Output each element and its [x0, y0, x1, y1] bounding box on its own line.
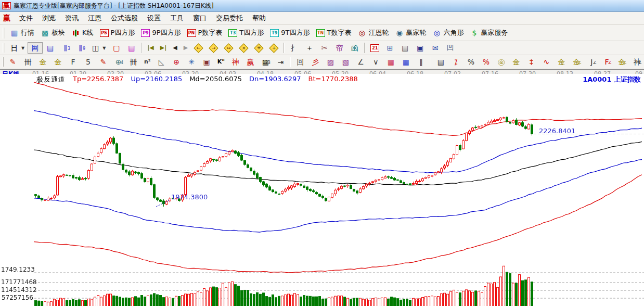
badge-icon: PN: [187, 29, 196, 37]
sectors-button[interactable]: ▩板块: [37, 27, 68, 39]
grid-red-button[interactable]: ▦: [383, 56, 398, 68]
candle-style-dropdown[interactable]: ◫▼: [88, 42, 109, 54]
menu-4[interactable]: 公式选股: [106, 12, 143, 24]
fan-box-2-button[interactable]: ▧: [338, 56, 353, 68]
menu-6[interactable]: 工具: [165, 12, 188, 24]
p-table-button[interactable]: PNP数字表: [184, 27, 226, 39]
crosshair-tool-button[interactable]: ＋: [302, 42, 317, 54]
t-table-button[interactable]: TNT数字表: [313, 27, 355, 39]
region-select-button[interactable]: ▢: [109, 42, 124, 54]
percent-line-button[interactable]: %: [479, 56, 494, 68]
compass-button[interactable]: ⊕4: [111, 56, 126, 68]
zigzag-button[interactable]: ∨: [368, 56, 383, 68]
kline-chart-canvas[interactable]: [0, 74, 644, 306]
calendar-button[interactable]: 21: [367, 43, 382, 54]
percent-bar-button[interactable]: ⁒: [448, 56, 463, 68]
circle-target-button[interactable]: ⊕: [169, 56, 184, 68]
marker-pen-button[interactable]: ‡: [524, 56, 539, 68]
frame-tool-button[interactable]: 回: [293, 56, 308, 68]
t-square-button[interactable]: T3T四方形: [225, 27, 267, 39]
system-button[interactable]: 凹: [443, 42, 458, 54]
k-quote-button[interactable]: K": [214, 56, 228, 68]
wave-tool-button[interactable]: 函: [347, 42, 362, 54]
p-square-button[interactable]: PSP四方形: [97, 27, 138, 39]
menu-3[interactable]: 江恩: [83, 12, 106, 24]
zoom-compress-button[interactable]: ×: [236, 42, 251, 54]
hexagon-button[interactable]: ◎六角形: [429, 27, 467, 39]
kline-button[interactable]: K线: [68, 27, 97, 39]
pen-tool-button[interactable]: ✎: [5, 56, 20, 68]
wave-cross-button[interactable]: ∿: [539, 56, 554, 68]
zoom-cross-button[interactable]: +: [266, 42, 281, 54]
ruler-123-button[interactable]: ▦123: [258, 56, 273, 68]
star-target-button[interactable]: ✳: [184, 56, 199, 68]
color-chart-button[interactable]: ▤: [124, 42, 139, 54]
trend-mode-button[interactable]: 网: [28, 42, 43, 54]
t9-square-button[interactable]: T99T四方形: [267, 27, 313, 39]
info-panel-button[interactable]: ▤: [43, 42, 58, 54]
menu-8[interactable]: 交易委托: [211, 12, 248, 24]
menu-9[interactable]: 帮助: [248, 12, 271, 24]
quotes-button[interactable]: ▦行情: [7, 27, 37, 39]
bars-9-button[interactable]: ⫼9: [73, 42, 88, 54]
angle-mirror-button[interactable]: ◺: [154, 56, 169, 68]
zoom-right-button[interactable]: →: [206, 42, 221, 54]
menu-2[interactable]: 资讯: [60, 12, 83, 24]
ray-fan-button[interactable]: 彡: [308, 56, 323, 68]
nav-next-button[interactable]: ▶: [181, 42, 191, 54]
shen-angle-button[interactable]: 神∠: [629, 56, 644, 68]
menu-7[interactable]: 窗口: [188, 12, 211, 24]
scale-panel-button[interactable]: ▤: [433, 56, 448, 68]
gold-circle-button[interactable]: ㊎: [494, 56, 509, 68]
glyph-icon: 帘: [335, 44, 344, 52]
zoom-tool-button[interactable]: ✂: [317, 42, 332, 54]
nav-first-button[interactable]: |◀: [144, 42, 157, 54]
badge-icon: PS: [100, 29, 109, 37]
p9-square-button[interactable]: P99P四方形: [138, 27, 184, 39]
gann-grid-button[interactable]: 帘: [332, 42, 347, 54]
win-ruler-button[interactable]: 赢: [243, 56, 258, 68]
nav-last-button[interactable]: ▶|: [157, 42, 170, 54]
calculator-button[interactable]: ⊞: [382, 42, 397, 54]
f-angle-button[interactable]: F∠: [599, 56, 614, 68]
nav-prev-button[interactable]: ◀: [170, 42, 180, 54]
fan-box-button[interactable]: ▨: [323, 56, 338, 68]
f-ruler-button[interactable]: F: [66, 56, 81, 68]
zoom-expand-button[interactable]: ✳: [251, 42, 266, 54]
bars-3-button[interactable]: ⫼3: [58, 42, 73, 54]
n2-ruler-button[interactable]: n²: [141, 56, 154, 68]
zoom-left-button[interactable]: ←: [191, 42, 206, 54]
gold-angle-button[interactable]: 金∠: [569, 56, 584, 68]
pen-ruler-button[interactable]: ✎: [96, 56, 111, 68]
gold-ruler-2-button[interactable]: 金: [50, 56, 66, 68]
shen-ruler-button[interactable]: 神: [228, 56, 243, 68]
j-angle-button[interactable]: J∠: [584, 56, 599, 68]
winner-wheel-button[interactable]: ◉赢家轮: [392, 27, 429, 39]
ruler-grid-2-button[interactable]: 卌: [126, 56, 141, 68]
menu-5[interactable]: 设置: [143, 12, 165, 24]
square-target-button[interactable]: ▣: [199, 56, 214, 68]
menu-0[interactable]: 文件: [15, 12, 37, 24]
gold-lines-button[interactable]: 金: [509, 56, 524, 68]
gold-ruler-1-button[interactable]: 金: [35, 56, 50, 68]
glyph-icon: ◀: [173, 44, 177, 52]
winner-service-button[interactable]: $赢家服务: [467, 27, 511, 39]
ruler-grid-button[interactable]: 卌: [20, 56, 35, 68]
glyph-icon: ＋: [305, 44, 314, 52]
percent-button[interactable]: %: [463, 56, 479, 68]
width-tool-button[interactable]: ⇥: [273, 56, 288, 68]
period-day-dropdown[interactable]: 日▼: [7, 42, 28, 54]
mail-button[interactable]: ✉: [428, 42, 443, 54]
menu-1[interactable]: 浏览: [37, 12, 60, 24]
gold-lines-2-button[interactable]: 金: [554, 56, 569, 68]
gold-angle-2-button[interactable]: 金∠: [614, 56, 629, 68]
parallel-button[interactable]: ∥: [414, 56, 429, 68]
hand-tool-button[interactable]: 扌: [287, 42, 302, 54]
grid-blue-button[interactable]: ▦: [398, 56, 414, 68]
five-ruler-button[interactable]: 5: [81, 56, 96, 68]
angle-rays-button[interactable]: ∠: [353, 56, 368, 68]
notes-button[interactable]: ▤: [397, 42, 413, 54]
zoom-hfit-button[interactable]: ↔: [221, 42, 236, 54]
gann-wheel-button[interactable]: ◎江恩轮: [354, 27, 392, 39]
save-button[interactable]: ▣: [413, 42, 428, 54]
